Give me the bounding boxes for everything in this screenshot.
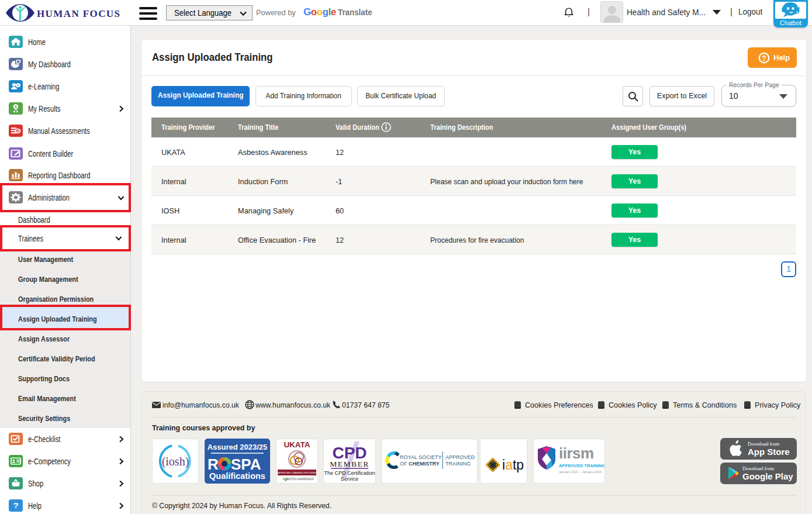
svg-text:The CPD Certification: The CPD Certification [324, 470, 375, 476]
svg-text:Google Play: Google Play [742, 471, 793, 481]
svg-text:R: R [208, 456, 219, 473]
svg-text:APPROVED TRAINING PROVIDER: APPROVED TRAINING PROVIDER [278, 471, 316, 474]
svg-text:OF CHEMISTRY: OF CHEMISTRY [400, 461, 440, 467]
svg-text:TRAINING: TRAINING [445, 461, 471, 467]
svg-text:Download from: Download from [748, 441, 779, 447]
svg-text:APPROVED TRAINING: APPROVED TRAINING [559, 463, 604, 468]
svg-text:iirsm: iirsm [559, 444, 594, 462]
svg-text:iatp: iatp [502, 457, 524, 472]
svg-text:?: ? [13, 501, 18, 510]
svg-text:Download from: Download from [742, 465, 774, 471]
svg-text:APPROVED: APPROVED [445, 454, 475, 460]
svg-text:HUMAN FOCUS: HUMAN FOCUS [37, 8, 120, 19]
svg-text:SPA: SPA [231, 456, 261, 473]
svg-text:Service: Service [341, 476, 358, 482]
svg-text:(iosh): (iosh) [162, 455, 189, 468]
svg-text:January 2021 – January 2024: January 2021 – January 2024 [559, 470, 602, 474]
svg-text:ROYAL SOCIETY: ROYAL SOCIETY [400, 454, 442, 460]
svg-text:?: ? [762, 54, 766, 63]
svg-text:Qualifications: Qualifications [209, 471, 265, 481]
svg-text:App Store: App Store [748, 447, 790, 457]
svg-text:MEMBER: MEMBER [330, 460, 369, 468]
svg-text:Assured 2023/25: Assured 2023/25 [208, 443, 268, 451]
svg-text:UKATA: UKATA [284, 440, 310, 449]
